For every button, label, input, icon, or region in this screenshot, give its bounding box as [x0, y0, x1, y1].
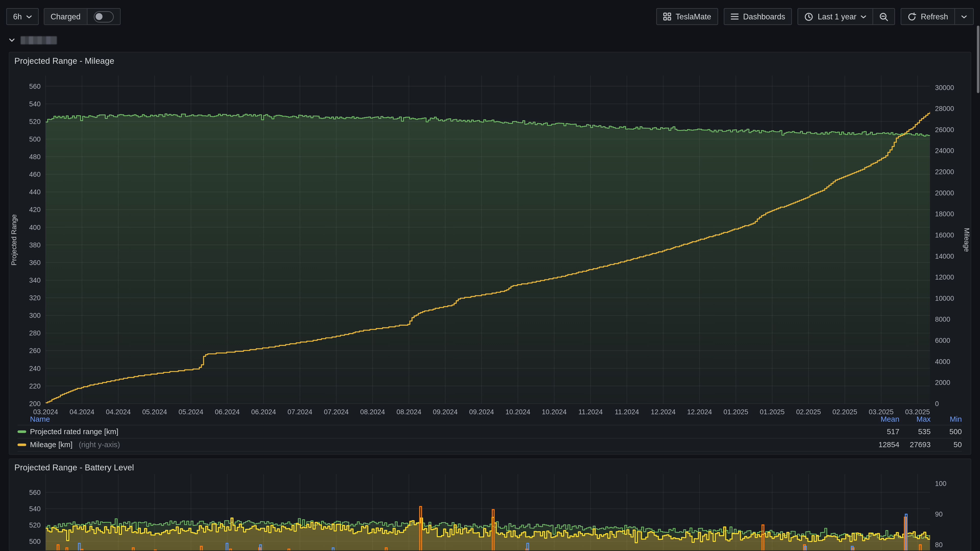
axis-tick-label: 280 [29, 329, 41, 337]
axis-tick-label: 380 [29, 241, 41, 249]
axis-tick-label: 200 [29, 400, 41, 408]
axis-tick-label: 480 [29, 153, 41, 161]
axis-tick-label: 24000 [935, 147, 954, 155]
legend-row: Mileage [km](right y-axis)128542769350 [18, 438, 962, 451]
series-color-swatch [18, 444, 26, 446]
axis-tick-label: 420 [29, 206, 41, 213]
axis-tick-label: 30000 [935, 84, 954, 92]
teslamate-label: TeslaMate [676, 12, 711, 21]
charged-label: Charged [45, 9, 87, 24]
axis-tick-label: 460 [29, 171, 41, 178]
legend-table: NameMeanMaxMinProjected rated range [km]… [10, 413, 971, 451]
axis-tick-label: 400 [29, 224, 41, 231]
axis-tick-label: 220 [29, 383, 41, 390]
series-max-value: 27693 [899, 441, 931, 449]
series-min-value: 500 [931, 427, 962, 436]
axis-tick-label: 540 [29, 100, 41, 108]
time-range-label: Last 1 year [818, 12, 856, 21]
axis-tick-label: 90 [935, 510, 943, 518]
axis-tick-label: 100 [935, 480, 947, 487]
toggle-knob [95, 13, 102, 20]
axis-tick-label: 440 [29, 188, 41, 196]
series-min-value: 50 [931, 441, 962, 449]
axis-tick-label: 260 [29, 347, 41, 354]
axis-tick-label: 14000 [935, 252, 954, 260]
interval-value: 6h [13, 12, 22, 21]
row-title-redacted[interactable] [21, 36, 57, 44]
time-controls: Last 1 year [798, 8, 895, 25]
series-max-value: 535 [899, 427, 931, 436]
axis-tick-label: 22000 [935, 168, 954, 176]
axis-tick-label: 26000 [935, 126, 954, 134]
axis-tick-label: 8000 [935, 316, 950, 323]
dashboard-row-header[interactable] [9, 35, 57, 45]
charged-switch-group: Charged [44, 8, 121, 25]
axis-tick-label: 16000 [935, 231, 954, 239]
page-scrollbar-thumb[interactable] [977, 25, 980, 93]
axis-tick-label: 2000 [935, 379, 950, 386]
axis-tick-label: 10000 [935, 295, 954, 302]
axis-tick-label: 500 [29, 135, 41, 143]
legend-header-max[interactable]: Max [899, 415, 931, 424]
apps-grid-icon [663, 13, 671, 21]
legend-header-min[interactable]: Min [931, 415, 962, 424]
series-name-suffix: (right y-axis) [79, 441, 120, 449]
legend-header-name[interactable]: Name [18, 415, 868, 424]
series-name[interactable]: Projected rated range [km] [30, 427, 118, 436]
panel-projected-range-mileage: Projected Range - Mileage 56054052050048… [9, 52, 971, 455]
refresh-controls: Refresh [901, 8, 974, 25]
mileage-chart-canvas[interactable]: 5605405205004804604404204003803603403203… [10, 52, 971, 415]
list-icon [731, 13, 739, 20]
legend-header-mean[interactable]: Mean [868, 415, 899, 424]
chevron-down-icon [861, 15, 866, 19]
axis-tick-label: 300 [29, 312, 41, 319]
magnifier-minus-icon [880, 12, 888, 21]
refresh-button[interactable]: Refresh [901, 9, 955, 24]
clock-icon [805, 12, 813, 21]
series-name[interactable]: Mileage [km] [30, 441, 73, 449]
interval-dropdown[interactable]: 6h [6, 8, 38, 25]
zoom-out-button[interactable] [873, 9, 894, 24]
axis-tick-label: 320 [29, 294, 41, 302]
axis-tick-label: 340 [29, 276, 41, 284]
left-axis-title: Projected Range [10, 214, 18, 265]
refresh-icon [907, 12, 916, 21]
dashboards-label: Dashboards [743, 12, 785, 21]
axis-tick-label: 520 [29, 521, 41, 529]
teslamate-button[interactable]: TeslaMate [656, 8, 718, 25]
series-mean-value: 12854 [868, 441, 899, 449]
right-axis-title: Mileage [963, 228, 970, 252]
panel-projected-range-battery: Projected Range - Battery Level 56054052… [9, 459, 971, 551]
axis-tick-label: 4000 [935, 358, 950, 365]
chevron-down-icon [26, 15, 32, 19]
dashboard-toolbar: 6h Charged TeslaMate Dashboards [6, 8, 974, 25]
legend-row: Projected rated range [km]517535500 [18, 426, 962, 438]
axis-tick-label: 500 [29, 538, 41, 545]
axis-tick-label: 360 [29, 259, 41, 267]
series-color-swatch [18, 430, 26, 433]
axis-tick-label: 560 [29, 83, 41, 90]
row-collapse-chevron-icon [9, 38, 15, 42]
axis-tick-label: 12000 [935, 273, 954, 281]
chevron-down-icon [961, 15, 967, 19]
axis-tick-label: 540 [29, 505, 41, 513]
series-mean-value: 517 [868, 427, 899, 436]
axis-tick-label: 520 [29, 118, 41, 125]
axis-tick-label: 560 [29, 489, 41, 496]
charged-toggle[interactable] [87, 9, 120, 24]
refresh-interval-dropdown[interactable] [955, 9, 973, 24]
axis-tick-label: 0 [935, 400, 939, 408]
legend-header-row: NameMeanMaxMin [18, 413, 962, 426]
battery-chart-canvas[interactable]: 5605405205001009080 [10, 459, 971, 551]
axis-tick-label: 18000 [935, 210, 954, 218]
axis-tick-label: 20000 [935, 189, 954, 197]
axis-tick-label: 80 [935, 541, 943, 549]
refresh-label: Refresh [921, 12, 948, 21]
dashboards-button[interactable]: Dashboards [724, 8, 792, 25]
axis-tick-label: 28000 [935, 105, 954, 113]
toggle-track[interactable] [94, 11, 114, 22]
time-range-picker[interactable]: Last 1 year [798, 9, 873, 24]
axis-tick-label: 240 [29, 365, 41, 372]
dashboard-page: 6h Charged TeslaMate Dashboards [0, 0, 980, 551]
axis-tick-label: 6000 [935, 337, 950, 345]
